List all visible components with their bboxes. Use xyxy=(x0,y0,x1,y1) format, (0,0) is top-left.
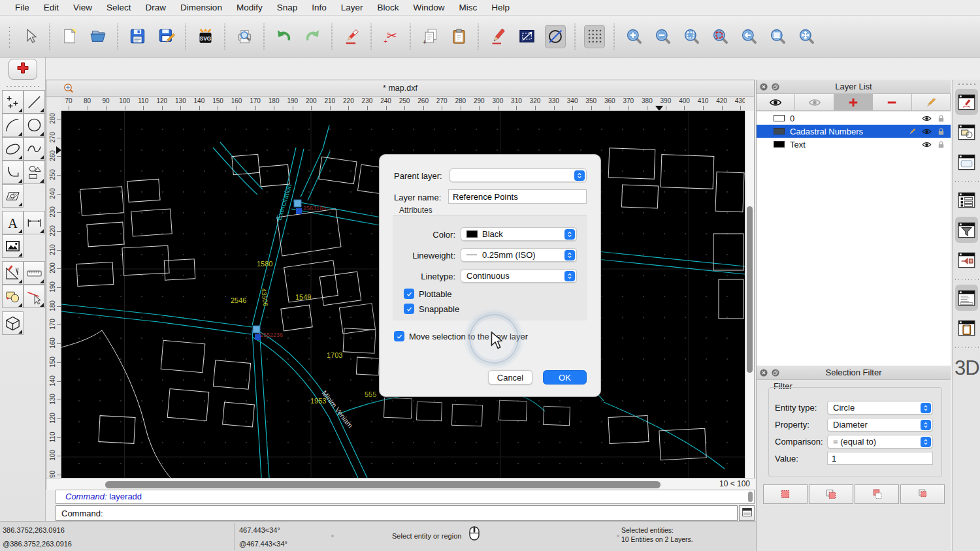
dock-drag-handle[interactable] xyxy=(957,83,977,86)
property-dropdown[interactable]: Diameter xyxy=(827,418,933,432)
layer-row[interactable]: Cadastral Numbers xyxy=(757,125,951,138)
clipboard-panel-toggle-button[interactable] xyxy=(955,315,978,341)
menu-view[interactable]: View xyxy=(66,0,99,16)
palette-drag-handle[interactable] xyxy=(5,85,39,88)
horizontal-scrollbar[interactable]: 10 < 100 xyxy=(46,478,755,490)
menu-edit[interactable]: Edit xyxy=(37,0,66,16)
delete-entities-button[interactable] xyxy=(341,25,362,48)
select-matching-within-selection-button[interactable] xyxy=(900,484,945,504)
layer-visibility-icon[interactable] xyxy=(922,127,936,136)
copy-button[interactable]: + xyxy=(419,25,440,48)
selection-pointer-button[interactable] xyxy=(20,25,41,48)
text-tool-button[interactable]: A xyxy=(2,211,24,234)
save-as-button[interactable] xyxy=(155,25,176,48)
value-input[interactable] xyxy=(827,452,933,465)
color-dropdown[interactable]: Black xyxy=(461,227,577,241)
remove-layer-button[interactable] xyxy=(873,94,911,110)
notification-panel-toggle-button[interactable] xyxy=(955,247,978,273)
remove-matching-from-selection-button[interactable] xyxy=(855,484,899,504)
parent-layer-dropdown[interactable] xyxy=(449,168,587,182)
modification-panel-toggle-button[interactable] xyxy=(955,119,978,145)
menu-select[interactable]: Select xyxy=(99,0,139,16)
layer-lock-icon[interactable] xyxy=(936,140,951,150)
select-matching-button[interactable] xyxy=(763,484,808,504)
entity-type-dropdown[interactable]: Circle xyxy=(827,401,933,415)
layer-lock-icon[interactable] xyxy=(936,114,951,123)
3d-dock-label[interactable]: 3D xyxy=(955,356,979,380)
show-all-layers-button[interactable] xyxy=(757,94,795,110)
vertical-scrollbar[interactable] xyxy=(745,111,754,478)
add-matching-to-selection-button[interactable] xyxy=(809,484,853,504)
points-tool-button[interactable] xyxy=(2,90,24,114)
zoom-out-button[interactable] xyxy=(652,25,673,48)
arc-tool-button[interactable] xyxy=(2,114,24,137)
paste-button[interactable] xyxy=(448,25,469,48)
open-file-button[interactable] xyxy=(88,25,108,48)
zoom-selection-button[interactable] xyxy=(710,25,730,48)
cad-tools-tool-button[interactable] xyxy=(2,261,24,285)
menu-info[interactable]: Info xyxy=(304,0,334,16)
zoom-window-button[interactable] xyxy=(767,25,788,48)
property-editor-panel-toggle-button[interactable] xyxy=(955,89,978,115)
close-panel-icon[interactable] xyxy=(759,368,768,377)
horizontal-scrollbar-thumb[interactable] xyxy=(105,481,661,488)
command-input-field[interactable]: Command: xyxy=(56,505,738,521)
snappable-checkbox[interactable]: Snappable xyxy=(404,304,459,314)
menu-misc[interactable]: Misc xyxy=(452,0,485,16)
close-panel-icon[interactable] xyxy=(759,82,768,91)
hide-all-layers-button[interactable] xyxy=(795,94,834,110)
selection-window-button[interactable] xyxy=(516,25,537,48)
blank-panel-toggle-button[interactable] xyxy=(955,149,978,175)
menu-snap[interactable]: Snap xyxy=(270,0,305,16)
undo-button[interactable] xyxy=(273,25,294,48)
menu-modify[interactable]: Modify xyxy=(229,0,270,16)
draw-pencil-button[interactable] xyxy=(487,25,508,48)
selection-filter-panel-toggle-button[interactable] xyxy=(955,217,978,243)
cad-plus-button[interactable] xyxy=(8,59,37,80)
layer-lock-icon[interactable] xyxy=(936,127,951,136)
plottable-checkbox[interactable]: Plottable xyxy=(404,289,452,299)
detach-panel-icon[interactable] xyxy=(771,368,780,377)
layer-visibility-icon[interactable] xyxy=(922,114,936,123)
command-options-button[interactable] xyxy=(739,505,755,521)
spline-tool-button[interactable] xyxy=(24,137,45,161)
measure-tool-button[interactable] xyxy=(24,261,45,285)
zoom-auto-button[interactable] xyxy=(681,25,702,48)
export-svg-button[interactable]: SVG xyxy=(195,25,216,48)
print-preview-button[interactable] xyxy=(234,25,255,48)
delete-selected-tool-button[interactable] xyxy=(24,285,45,308)
box-3d-tool-button[interactable] xyxy=(2,311,24,335)
command-line-panel-toggle-button[interactable] xyxy=(955,285,978,311)
snap-grid-button[interactable] xyxy=(584,25,605,48)
image-tool-button[interactable] xyxy=(2,234,24,258)
save-button[interactable] xyxy=(127,25,148,48)
add-layer-button[interactable] xyxy=(834,94,873,110)
cancel-button[interactable]: Cancel xyxy=(488,370,532,385)
ellipse-tool-button[interactable] xyxy=(2,137,24,161)
line-tool-button[interactable] xyxy=(24,90,45,114)
menu-window[interactable]: Window xyxy=(406,0,452,16)
zoom-pan-button[interactable] xyxy=(796,25,817,48)
command-history-scrollbar[interactable] xyxy=(748,492,753,502)
cut-button[interactable]: ✂+ xyxy=(380,25,401,48)
menu-block[interactable]: Block xyxy=(370,0,406,16)
deselect-all-button[interactable] xyxy=(545,25,566,48)
menu-help[interactable]: Help xyxy=(484,0,517,16)
redo-button[interactable] xyxy=(302,25,323,48)
menu-file[interactable]: File xyxy=(8,0,37,16)
linetype-dropdown[interactable]: Continuous xyxy=(461,269,577,283)
drawing-window-titlebar[interactable]: * map.dxf xyxy=(46,80,754,97)
zoom-in-button[interactable] xyxy=(623,25,644,48)
edit-layer-button[interactable] xyxy=(912,94,951,110)
command-input[interactable] xyxy=(107,507,737,520)
layer-visibility-icon[interactable] xyxy=(922,140,936,150)
layer-row[interactable]: 0 xyxy=(757,112,951,125)
menu-layer[interactable]: Layer xyxy=(334,0,370,16)
lineweight-dropdown[interactable]: 0.25mm (ISO) xyxy=(461,248,577,262)
circle-tool-button[interactable] xyxy=(24,114,45,137)
layer-name-input[interactable] xyxy=(448,189,587,204)
shape-tool-button[interactable] xyxy=(24,161,45,184)
layer-row[interactable]: Text xyxy=(757,138,951,151)
menu-draw[interactable]: Draw xyxy=(139,0,174,16)
layer-list-panel-toggle-button[interactable] xyxy=(955,187,978,213)
